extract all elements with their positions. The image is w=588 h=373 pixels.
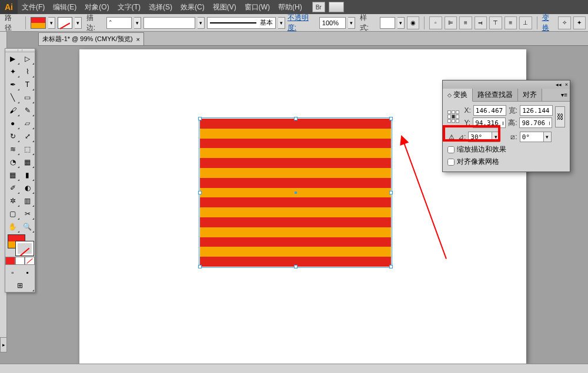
- w-input[interactable]: [520, 105, 553, 116]
- sidebar-toggle[interactable]: ▸: [0, 337, 7, 352]
- gradient-tool[interactable]: ▮: [20, 169, 35, 182]
- panel-header[interactable]: ◂◂×: [443, 80, 570, 89]
- hand-tool[interactable]: ✋: [5, 220, 20, 233]
- artboard-tool[interactable]: ▢: [5, 207, 20, 220]
- h-input[interactable]: [519, 117, 552, 128]
- screen-normal[interactable]: ▫: [5, 266, 20, 279]
- line-tool[interactable]: ╲: [5, 91, 20, 104]
- perspective-tool[interactable]: ▦: [20, 156, 35, 169]
- recolor-icon[interactable]: ◉: [407, 16, 420, 29]
- collapse-icon[interactable]: ◂◂: [556, 82, 562, 88]
- color-mode[interactable]: [5, 257, 15, 265]
- menu-help[interactable]: 帮助(H): [274, 2, 306, 12]
- fill-swatch[interactable]: [31, 17, 45, 29]
- annotation-highlight: [443, 125, 500, 142]
- align-toggle-icon[interactable]: ▫: [429, 16, 442, 29]
- eyedropper-tool[interactable]: ✐: [5, 182, 20, 194]
- stroke-label: 描边:: [84, 13, 105, 33]
- panel-menu-icon[interactable]: ▾≡: [561, 92, 567, 98]
- menu-file[interactable]: 文件(F): [18, 2, 49, 12]
- shear-dd[interactable]: ▾: [543, 132, 552, 142]
- menu-edit[interactable]: 编辑(E): [49, 2, 81, 12]
- fill-dropdown[interactable]: ▾: [48, 17, 55, 29]
- style-dd[interactable]: ▾: [397, 17, 405, 29]
- zoom-tool[interactable]: 🔍: [20, 220, 35, 233]
- screen-mode[interactable]: ⊞: [5, 279, 35, 292]
- app-logo: Ai: [0, 0, 18, 14]
- menu-effect[interactable]: 效果(C): [176, 2, 209, 12]
- align-left-icon[interactable]: ⊫: [445, 16, 457, 29]
- transform-link[interactable]: 变换: [542, 13, 556, 33]
- mesh-tool[interactable]: ▦: [5, 169, 20, 182]
- opacity-dd[interactable]: ▾: [348, 17, 355, 29]
- slice-tool[interactable]: ✂: [20, 207, 35, 220]
- brush-select[interactable]: 基本: [207, 17, 276, 29]
- scale-tool[interactable]: ⤢: [20, 130, 35, 143]
- shape-builder-tool[interactable]: ◔: [5, 156, 20, 169]
- close-panel-icon[interactable]: ×: [565, 82, 568, 88]
- reference-point[interactable]: [447, 110, 459, 123]
- screen-full[interactable]: ▪: [20, 266, 35, 279]
- gradient-mode[interactable]: [15, 257, 25, 265]
- selection-tool[interactable]: ▶: [5, 52, 20, 65]
- doc-tabbar: 未标题-1* @ 99% (CMYK/预览) ×: [38, 32, 588, 46]
- bridge-icon[interactable]: Br: [312, 2, 325, 12]
- menu-view[interactable]: 视图(V): [209, 2, 240, 12]
- shear-input[interactable]: [520, 132, 543, 142]
- menu-object[interactable]: 对象(O): [81, 2, 113, 12]
- symbol-spray-tool[interactable]: ✲: [5, 194, 20, 207]
- constrain-proportions[interactable]: ⛓: [555, 106, 565, 127]
- opacity-input[interactable]: 100%: [319, 17, 346, 29]
- menu-select[interactable]: 选择(S): [145, 2, 176, 12]
- blob-tool[interactable]: ●: [5, 117, 20, 130]
- stroke-color[interactable]: [16, 241, 34, 256]
- align-pixel-check[interactable]: 对齐像素网格: [447, 157, 565, 167]
- close-icon[interactable]: ×: [136, 36, 140, 43]
- align-hcenter-icon[interactable]: ≡: [459, 16, 472, 29]
- graph-tool[interactable]: ▥: [20, 194, 35, 207]
- rectangle-tool[interactable]: ▭: [20, 91, 35, 104]
- scale-strokes-check[interactable]: 缩放描边和效果: [447, 145, 565, 154]
- stroke-dropdown[interactable]: ▾: [75, 17, 82, 29]
- opacity-link[interactable]: 不透明度:: [288, 13, 317, 33]
- stroke-weight-dd[interactable]: ▾: [134, 17, 141, 29]
- selected-object[interactable]: [200, 119, 391, 267]
- width-tool[interactable]: ≋: [5, 143, 20, 156]
- lasso-tool[interactable]: ⌇: [20, 65, 35, 78]
- style-swatch[interactable]: [380, 17, 395, 29]
- align-vcenter-icon[interactable]: ≡: [505, 16, 517, 29]
- stroke-profile-dd[interactable]: ▾: [198, 17, 205, 29]
- align-bottom-icon[interactable]: ⊥: [519, 16, 532, 29]
- eraser-tool[interactable]: ▱: [20, 117, 35, 130]
- arrange-docs-button[interactable]: [329, 2, 344, 12]
- stroke-weight-input[interactable]: ⌃: [106, 17, 132, 29]
- align-right-icon[interactable]: ⫤: [475, 16, 487, 29]
- none-mode[interactable]: [25, 257, 35, 265]
- tab-align[interactable]: 对齐: [518, 89, 542, 101]
- tab-transform[interactable]: ◇变换: [443, 89, 473, 102]
- align-top-icon[interactable]: ⊤: [489, 16, 502, 29]
- menu-type[interactable]: 文字(T): [113, 2, 145, 12]
- tab-pathfinder[interactable]: 路径查找器: [473, 89, 518, 101]
- isolate2-icon[interactable]: ✦: [573, 16, 586, 29]
- h-label: 高:: [508, 118, 517, 128]
- isolate-icon[interactable]: ✧: [558, 16, 571, 29]
- options-bar: 路径 ▾ ▾ 描边: ⌃▾ ▾ 基本▾ 不透明度: 100%▾ 样式: ▾ ◉ …: [0, 14, 588, 32]
- free-transform-tool[interactable]: ⬚: [20, 143, 35, 156]
- blend-tool[interactable]: ◐: [20, 182, 35, 194]
- fill-stroke-control[interactable]: [5, 233, 35, 257]
- path-label: 路径: [2, 13, 21, 33]
- pencil-tool[interactable]: ✎: [20, 104, 35, 117]
- paintbrush-tool[interactable]: 🖌: [5, 104, 20, 117]
- direct-selection-tool[interactable]: ▷: [20, 52, 35, 65]
- x-input[interactable]: [473, 105, 506, 116]
- type-tool[interactable]: T: [20, 78, 35, 91]
- brush-dd[interactable]: ▾: [278, 17, 285, 29]
- rotate-tool[interactable]: ↻: [5, 130, 20, 143]
- stroke-profile[interactable]: [143, 17, 195, 29]
- menu-window[interactable]: 窗口(W): [240, 2, 274, 12]
- magic-wand-tool[interactable]: ✦: [5, 65, 20, 78]
- pen-tool[interactable]: ✒: [5, 78, 20, 91]
- stroke-swatch[interactable]: [58, 17, 72, 29]
- doc-tab[interactable]: 未标题-1* @ 99% (CMYK/预览) ×: [38, 32, 144, 45]
